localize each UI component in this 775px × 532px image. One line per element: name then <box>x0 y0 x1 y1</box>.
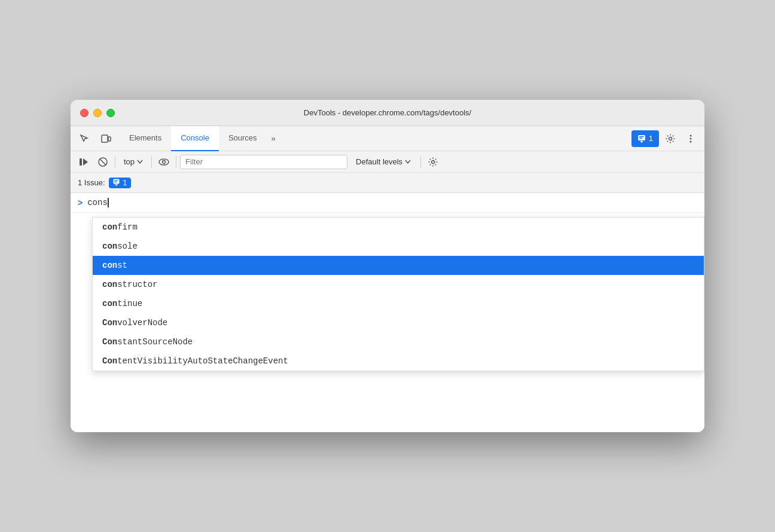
devtools-panel: Elements Console Sources » <box>71 126 704 432</box>
autocomplete-prefix-const: con <box>102 261 117 270</box>
chevron-down-icon-2 <box>405 160 411 164</box>
svg-rect-9 <box>80 158 82 166</box>
more-options-icon[interactable] <box>682 130 700 148</box>
three-dots-icon <box>685 133 696 144</box>
autocomplete-prefix-convolvernode: Con <box>102 318 117 328</box>
eye-icon[interactable] <box>155 154 172 170</box>
issues-icon-badge-button[interactable]: 1 <box>109 178 132 188</box>
gear-icon-2 <box>428 157 438 167</box>
autocomplete-item-continue[interactable]: continue <box>93 294 704 313</box>
svg-marker-10 <box>83 158 88 166</box>
play-icon <box>78 157 89 167</box>
tab-more[interactable]: » <box>267 126 280 151</box>
autocomplete-suffix-convolvernode: volverNode <box>117 318 167 328</box>
context-dropdown[interactable]: top <box>119 155 148 169</box>
autocomplete-item-constructor[interactable]: constructor <box>93 275 704 294</box>
title-bar: DevTools - developer.chrome.com/tags/dev… <box>71 100 704 126</box>
autocomplete-item-constantsourcenode[interactable]: ConstantSourceNode <box>93 332 704 351</box>
chevron-down-icon <box>137 160 143 164</box>
svg-point-8 <box>690 140 692 142</box>
svg-line-12 <box>100 158 106 165</box>
autocomplete-suffix-const: st <box>117 261 127 270</box>
issues-badge-count: 1 <box>123 179 127 187</box>
cursor <box>108 198 109 207</box>
settings-icon[interactable] <box>661 130 679 148</box>
issues-chat-icon-2 <box>113 179 121 186</box>
default-levels-dropdown[interactable]: Default levels <box>350 155 417 169</box>
ban-icon[interactable] <box>94 154 111 170</box>
tab-console[interactable]: Console <box>171 126 219 151</box>
traffic-lights <box>80 109 115 117</box>
svg-rect-4 <box>639 137 642 139</box>
separator-1 <box>115 156 115 168</box>
eye-visibility-icon <box>158 158 169 166</box>
svg-point-14 <box>163 160 166 163</box>
separator-2 <box>151 156 152 168</box>
tab-bar: Elements Console Sources » <box>71 126 704 151</box>
svg-rect-0 <box>102 135 108 142</box>
svg-rect-18 <box>114 182 117 182</box>
console-input-value: cons <box>87 198 108 207</box>
circle-ban-icon <box>97 157 108 167</box>
inspect-icon[interactable] <box>75 130 93 148</box>
issues-count: 1 <box>649 134 653 143</box>
console-settings-icon[interactable] <box>425 154 441 170</box>
console-area: > cons confirm console const <box>71 193 704 432</box>
tab-bar-right: 1 <box>631 130 700 148</box>
autocomplete-dropdown: confirm console const constructor contin… <box>92 217 704 371</box>
autocomplete-item-confirm[interactable]: confirm <box>93 218 704 237</box>
autocomplete-prefix-confirm: con <box>102 222 117 232</box>
gear-icon <box>665 133 676 144</box>
svg-rect-17 <box>114 181 118 181</box>
autocomplete-prefix-console: con <box>102 241 117 251</box>
tab-elements[interactable]: Elements <box>120 126 171 151</box>
autocomplete-prefix-constantsourcenode: Con <box>102 337 117 347</box>
issues-bar: 1 Issue: 1 <box>71 173 704 193</box>
autocomplete-item-console[interactable]: console <box>93 237 704 256</box>
svg-rect-3 <box>639 136 644 137</box>
console-toolbar: top Default levels <box>71 151 704 173</box>
console-prompt: > <box>78 198 83 207</box>
autocomplete-suffix-contentvisibility: tentVisibilityAutoStateChangeEvent <box>117 356 288 366</box>
close-button[interactable] <box>80 109 89 117</box>
clear-console-icon[interactable] <box>75 154 92 170</box>
window-title: DevTools - developer.chrome.com/tags/dev… <box>304 108 471 117</box>
autocomplete-suffix-confirm: firm <box>117 222 138 232</box>
svg-rect-1 <box>108 137 111 141</box>
console-input-text[interactable]: cons <box>87 198 109 207</box>
separator-4 <box>420 156 421 168</box>
autocomplete-prefix-constructor: con <box>102 280 117 289</box>
tab-bar-icons <box>75 130 115 148</box>
devtools-window: DevTools - developer.chrome.com/tags/dev… <box>71 100 704 432</box>
issues-text: 1 Issue: <box>78 178 105 187</box>
console-input-line[interactable]: > cons <box>71 193 704 213</box>
svg-rect-16 <box>113 179 119 184</box>
autocomplete-prefix-continue: con <box>102 299 117 308</box>
svg-point-13 <box>159 159 169 165</box>
autocomplete-suffix-constructor: structor <box>117 280 157 289</box>
issues-chat-icon <box>637 134 646 143</box>
svg-point-6 <box>690 134 692 136</box>
autocomplete-item-contentvisibility[interactable]: ContentVisibilityAutoStateChangeEvent <box>93 351 704 371</box>
tab-sources[interactable]: Sources <box>219 126 267 151</box>
autocomplete-prefix-contentvisibility: Con <box>102 356 117 366</box>
autocomplete-suffix-console: sole <box>117 241 138 251</box>
context-label: top <box>124 157 135 166</box>
minimize-button[interactable] <box>93 109 102 117</box>
default-levels-label: Default levels <box>356 157 402 166</box>
svg-point-15 <box>432 160 435 163</box>
autocomplete-suffix-continue: tinue <box>117 299 142 308</box>
autocomplete-suffix-constantsourcenode: stantSourceNode <box>117 337 193 347</box>
maximize-button[interactable] <box>106 109 115 117</box>
autocomplete-item-const[interactable]: const <box>93 256 704 275</box>
filter-input[interactable] <box>180 155 347 169</box>
svg-point-7 <box>690 137 692 139</box>
issues-badge-button[interactable]: 1 <box>631 130 659 147</box>
device-toolbar-icon[interactable] <box>97 130 115 148</box>
separator-3 <box>176 156 176 168</box>
svg-point-5 <box>669 137 672 140</box>
autocomplete-item-convolvernode[interactable]: ConvolverNode <box>93 313 704 332</box>
